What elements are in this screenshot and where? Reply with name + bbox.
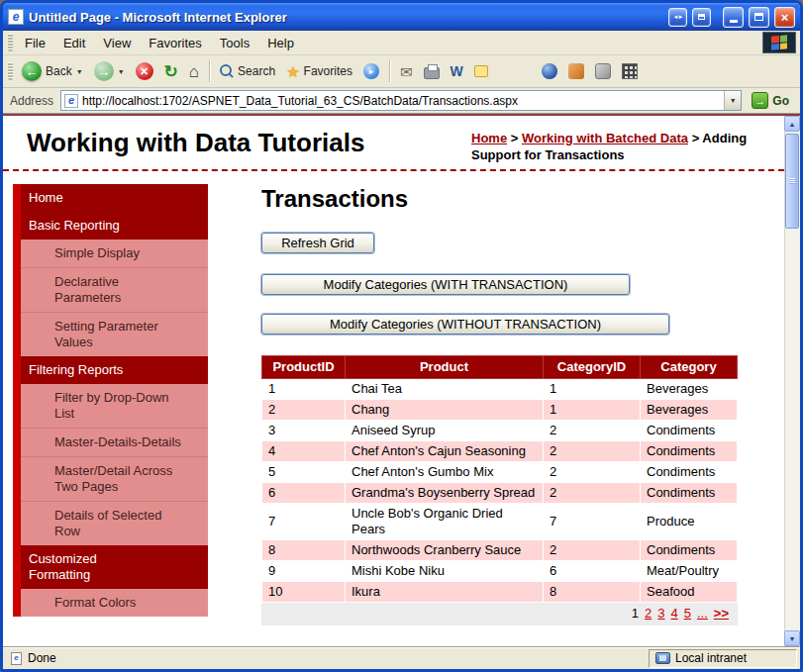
go-label: Go [772,94,789,108]
refresh-icon: ↻ [164,63,178,80]
search-button[interactable]: Search [215,61,280,81]
scrollbar-track[interactable] [784,132,800,630]
cell-product: Ikura [346,582,544,603]
pager-link-5[interactable]: 5 [684,606,691,621]
status-left: e Done [6,651,649,665]
forward-dropdown-icon[interactable]: ▼ [118,68,125,75]
tool-extra-icon [595,63,611,79]
cell-productid: 6 [262,483,346,504]
breadcrumb: Home > Working with Batched Data > Addin… [471,130,770,163]
sidebar-item-simple-display[interactable]: Simple Display [21,240,208,267]
pager-link-4[interactable]: 4 [671,606,678,621]
menu-item-view[interactable]: View [94,33,140,53]
stop-button[interactable]: ✕ [131,59,158,83]
mail-button[interactable]: ✉ [395,61,418,82]
print-button[interactable] [419,61,445,82]
cell-categoryid: 2 [544,421,641,441]
cell-product: Chang [346,400,544,421]
zone-label: Local intranet [675,651,747,665]
menu-item-edit[interactable]: Edit [54,33,94,53]
sidebar-item-master-detail-across-two-pages[interactable]: Master/Detail Across Two Pages [21,456,208,501]
messenger-icon [568,63,584,79]
modify-with-transaction-button[interactable]: Modify Categories (WITH TRANSACTION) [261,274,630,295]
sidebar-item-filtering-reports[interactable]: Filtering Reports [21,356,208,384]
address-field[interactable]: e ▼ [60,90,742,111]
menu-item-tools[interactable]: Tools [211,33,258,53]
scrollbar-thumb[interactable] [785,134,799,229]
status-text: Done [28,651,56,665]
back-button[interactable]: ← Back ▼ [17,58,88,84]
breadcrumb-home[interactable]: Home [471,131,507,145]
sidebar-item-declarative-parameters[interactable]: Declarative Parameters [21,267,208,312]
sidebar-nav: HomeBasic ReportingSimple DisplayDeclara… [21,184,208,617]
pager-row: 12345...>> [262,603,738,625]
cell-category: Condiments [641,540,738,561]
cell-category: Condiments [641,421,738,441]
menu-item-help[interactable]: Help [258,33,303,53]
table-row: 6Grandma's Boysenberry Spread2Condiments [262,483,738,504]
cell-category: Beverages [641,400,738,421]
forward-button[interactable]: → ▼ [89,58,130,84]
address-dropdown-button[interactable]: ▼ [724,91,741,110]
pager-next-link[interactable]: >> [714,606,729,621]
menu-item-file[interactable]: File [16,33,54,53]
vertical-scrollbar[interactable]: ▲ ▼ [784,116,800,646]
media-button[interactable]: ▸ [358,60,384,82]
research-button[interactable] [537,60,562,82]
table-row: 9Mishi Kobe Niku6Meat/Poultry [262,561,738,582]
window-extra-restore-button[interactable] [692,8,711,27]
pager-ellipsis-link[interactable]: ... [697,606,708,621]
address-bar: Address e ▼ → Go [3,88,800,114]
address-input[interactable] [82,92,724,109]
maximize-button[interactable] [749,7,769,28]
sidebar-item-master-details-details[interactable]: Master-Details-Details [21,428,208,456]
toolbar-grip[interactable] [8,62,13,80]
menu-grip[interactable] [8,34,13,51]
pager-link-2[interactable]: 2 [645,606,652,621]
modify-without-transaction-button[interactable]: Modify Categories (WITHOUT TRANSACTION) [261,314,669,335]
close-button[interactable]: × [774,7,795,28]
cell-productid: 1 [262,379,346,400]
back-dropdown-icon[interactable]: ▼ [76,68,83,75]
address-label: Address [6,94,60,108]
cell-category: Condiments [641,483,738,504]
go-button[interactable]: → Go [746,91,797,110]
status-page-icon: e [11,652,22,665]
tool-extra-button[interactable] [590,60,616,82]
cell-productid: 9 [262,561,346,582]
grid-tool-button[interactable] [617,60,643,82]
grid-body: 1Chai Tea1Beverages2Chang1Beverages3Anis… [262,379,738,625]
sidebar-item-customized-formatting[interactable]: Customized Formatting [21,545,208,589]
title-bar[interactable]: e Untitled Page - Microsoft Internet Exp… [3,3,800,31]
minimize-button[interactable] [723,7,744,28]
edit-with-word-button[interactable]: W [446,61,468,81]
breadcrumb-working-with-batched-data[interactable]: Working with Batched Data [522,131,688,145]
site-header: Working with Data Tutorials Home > Worki… [3,116,784,171]
menu-item-favorites[interactable]: Favorites [140,33,210,53]
home-button[interactable]: ⌂ [184,60,204,83]
media-icon: ▸ [363,63,379,79]
cell-categoryid: 8 [544,582,641,603]
sidebar-item-home[interactable]: Home [21,184,208,212]
pager-link-3[interactable]: 3 [657,606,664,621]
cell-product: Chef Anton's Gumbo Mix [346,462,544,483]
sidebar-item-details-of-selected-row[interactable]: Details of Selected Row [21,501,208,545]
sidebar-item-setting-parameter-values[interactable]: Setting Parameter Values [21,312,208,356]
sidebar-item-filter-by-drop-down-list[interactable]: Filter by Drop-Down List [21,384,208,428]
scroll-up-button[interactable]: ▲ [784,116,800,132]
menu-bar: FileEditViewFavoritesToolsHelp [3,31,800,55]
favorites-button[interactable]: ★ Favorites [281,61,357,82]
refresh-grid-button[interactable]: Refresh Grid [261,233,374,253]
sidebar-item-basic-reporting[interactable]: Basic Reporting [21,212,208,240]
standard-toolbar: ← Back ▼ → ▼ ✕ ↻ ⌂ Search ★ Favorites ▸ … [3,55,800,88]
sidebar-item-format-colors[interactable]: Format Colors [21,589,208,617]
refresh-button[interactable]: ↻ [159,60,183,83]
cell-product: Chef Anton's Cajun Seasoning [346,441,544,462]
scroll-down-button[interactable]: ▼ [784,630,800,646]
cell-categoryid: 6 [544,561,641,582]
go-arrow-icon: → [752,92,768,109]
window-extra-arrows-button[interactable]: ◄► [668,8,687,27]
messenger-button[interactable] [563,60,589,82]
discuss-button[interactable] [469,62,493,80]
toolbar-separator [389,60,390,82]
